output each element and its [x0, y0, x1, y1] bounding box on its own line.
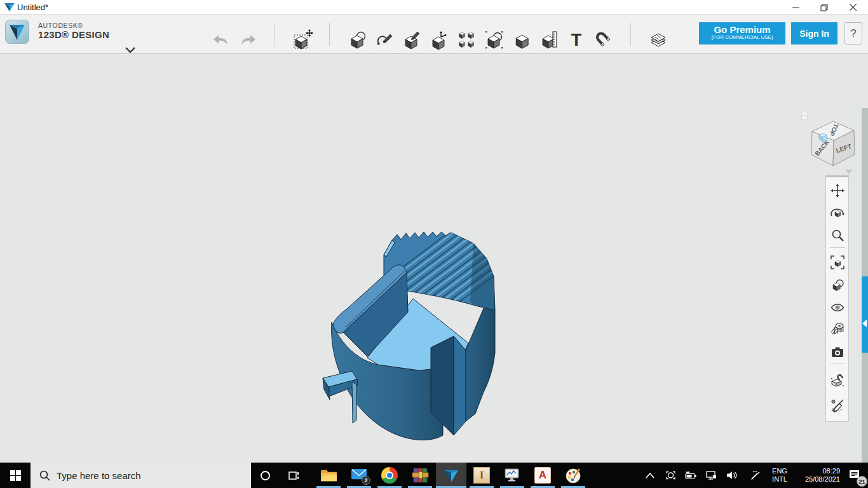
- redo-icon: [240, 34, 256, 46]
- help-button[interactable]: ?: [844, 22, 862, 44]
- speaker-icon: [726, 470, 738, 480]
- language-code: ENG: [772, 467, 787, 475]
- grouping-tool-button[interactable]: [482, 27, 507, 53]
- snap-tool-button[interactable]: [591, 27, 616, 53]
- measure-tool-button[interactable]: [536, 27, 562, 53]
- main-toolbar: AUTODESK® 123D® DESIGN: [0, 15, 868, 54]
- snap-toggle-button[interactable]: [831, 374, 844, 388]
- cortana-button[interactable]: [251, 463, 279, 488]
- viewcube[interactable]: TOP BACK LEFT: [798, 109, 864, 176]
- taskbar-app-paint[interactable]: [558, 463, 588, 488]
- modify-tool-button[interactable]: [426, 27, 452, 53]
- construct-icon: [402, 30, 421, 50]
- inventor-icon: I: [473, 467, 490, 484]
- tray-network-button[interactable]: [702, 463, 721, 488]
- search-input[interactable]: [57, 470, 234, 481]
- taskbar-search[interactable]: [31, 463, 251, 488]
- magnet-icon: [594, 30, 613, 50]
- tray-time: 08:29: [794, 467, 840, 475]
- sign-in-label: Sign In: [799, 29, 829, 39]
- 3d-viewport[interactable]: TOP BACK LEFT: [0, 54, 868, 463]
- action-center-button[interactable]: 21: [843, 463, 868, 488]
- language-region: INTL: [772, 475, 787, 484]
- windows-ink-pen-icon: [750, 470, 761, 481]
- layers-icon: [648, 30, 668, 50]
- paint-icon: [565, 467, 582, 484]
- taskbar-app-autocad[interactable]: A: [527, 463, 558, 488]
- taskbar-app-chrome[interactable]: [374, 463, 405, 488]
- task-view-button[interactable]: [279, 463, 308, 488]
- combine-icon: [512, 30, 531, 50]
- side-panel-tab[interactable]: [862, 276, 868, 353]
- 3d-model[interactable]: [318, 226, 508, 448]
- windows-taskbar: 2: [0, 463, 868, 488]
- taskbar-app-monitor-tool[interactable]: [497, 463, 527, 488]
- pattern-tool-button[interactable]: [454, 27, 479, 53]
- taskbar-app-file-explorer[interactable]: [313, 463, 344, 488]
- grouping-icon: [485, 30, 504, 50]
- material-tool-button[interactable]: [646, 27, 671, 53]
- tray-clock[interactable]: 08:29 25/08/2021: [793, 463, 841, 488]
- tray-overflow-button[interactable]: [641, 463, 660, 488]
- taskbar-app-mail[interactable]: 2: [344, 463, 374, 488]
- windows-logo-icon: [10, 470, 21, 481]
- combine-tool-button[interactable]: [509, 27, 534, 53]
- menu-chevron-down-icon[interactable]: [125, 47, 135, 53]
- tray-language-indicator[interactable]: ENG INTL: [766, 463, 793, 488]
- navbar-divider: [830, 247, 845, 248]
- network-icon: [705, 470, 717, 480]
- shading-mode-button[interactable]: [831, 278, 844, 292]
- redo-button[interactable]: [235, 27, 261, 53]
- navbar-divider: [830, 363, 845, 363]
- zoom-button[interactable]: [831, 228, 844, 242]
- screen-capture-icon: [665, 470, 676, 480]
- restore-icon: [820, 4, 828, 11]
- cortana-icon: [261, 471, 270, 480]
- pan-button[interactable]: [831, 184, 844, 198]
- sketch-visibility-button[interactable]: [831, 398, 844, 412]
- sketch-icon: [375, 30, 394, 50]
- go-premium-sublabel: (FOR COMMERCIAL USE): [699, 34, 785, 40]
- view-navigation-bar: [825, 175, 849, 422]
- fit-view-button[interactable]: [831, 255, 844, 269]
- taskbar-app-123d-design-active[interactable]: [436, 463, 466, 488]
- start-button[interactable]: [0, 463, 31, 488]
- window-title: Untitled*: [17, 3, 48, 12]
- file-explorer-icon: [320, 468, 337, 483]
- app-icon: [4, 3, 15, 12]
- orbit-button[interactable]: [831, 206, 844, 220]
- sketch-tool-button[interactable]: [372, 27, 397, 53]
- tray-battery-button[interactable]: [681, 463, 700, 488]
- go-premium-button[interactable]: Go Premium (FOR COMMERCIAL USE): [699, 22, 785, 44]
- mail-unread-badge: 2: [362, 476, 370, 485]
- brand-autodesk: AUTODESK®: [38, 22, 109, 29]
- primitives-tool-button[interactable]: [344, 27, 370, 53]
- winrar-icon: [412, 467, 429, 484]
- grid-visibility-button[interactable]: [831, 322, 844, 336]
- undo-icon: [213, 34, 229, 46]
- tray-volume-button[interactable]: [722, 463, 742, 488]
- minimize-icon: [792, 4, 799, 11]
- snapshot-button[interactable]: [831, 345, 844, 359]
- construct-tool-button[interactable]: [399, 27, 424, 53]
- app-menu-logo[interactable]: [5, 20, 29, 44]
- tray-capture-button[interactable]: [661, 463, 680, 488]
- brand-text: AUTODESK® 123D® DESIGN: [38, 22, 109, 40]
- restore-button[interactable]: [810, 0, 839, 15]
- titlebar: Untitled*: [0, 0, 868, 15]
- transform-icon: [292, 29, 314, 51]
- transform-tool-button[interactable]: [290, 27, 316, 53]
- taskbar-app-inventor[interactable]: I: [466, 463, 497, 488]
- viewcube-rotate-arrow-icon: [845, 170, 853, 174]
- taskbar-app-winrar[interactable]: [405, 463, 435, 488]
- sign-in-button[interactable]: Sign In: [791, 22, 837, 44]
- visibility-button[interactable]: [831, 301, 844, 315]
- tray-pen-button[interactable]: [745, 463, 765, 488]
- pattern-icon: [457, 30, 476, 50]
- undo-button[interactable]: [208, 27, 234, 53]
- close-button[interactable]: [838, 0, 867, 15]
- minimize-button[interactable]: [781, 0, 810, 15]
- chevron-up-icon: [646, 473, 654, 478]
- text-tool-button[interactable]: T: [564, 27, 589, 53]
- toolbar-separator: [329, 23, 330, 46]
